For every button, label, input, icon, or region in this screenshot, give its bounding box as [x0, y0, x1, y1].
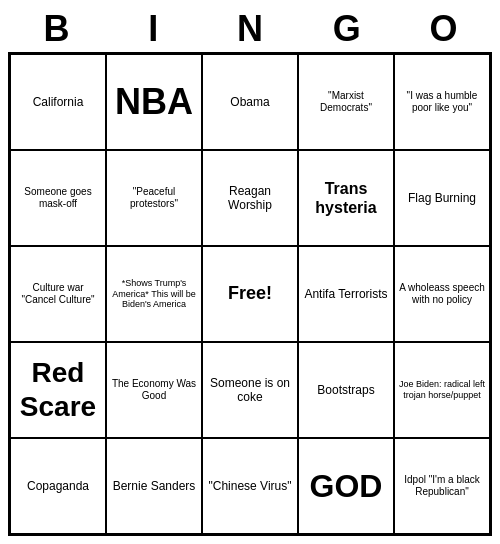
bingo-cell-6: "Peaceful protestors" [106, 150, 202, 246]
bingo-cell-15: Red Scare [10, 342, 106, 438]
bingo-cell-10: Culture war "Cancel Culture" [10, 246, 106, 342]
bingo-grid: CaliforniaNBAObama"Marxist Democrats""I … [8, 52, 492, 536]
bingo-cell-20: Copaganda [10, 438, 106, 534]
bingo-cell-18: Bootstraps [298, 342, 394, 438]
bingo-letter: N [202, 8, 298, 50]
bingo-letter: G [299, 8, 395, 50]
bingo-cell-0: California [10, 54, 106, 150]
bingo-cell-5: Someone goes mask-off [10, 150, 106, 246]
bingo-cell-3: "Marxist Democrats" [298, 54, 394, 150]
bingo-cell-2: Obama [202, 54, 298, 150]
bingo-cell-7: Reagan Worship [202, 150, 298, 246]
bingo-title-row: BINGO [8, 8, 492, 50]
bingo-cell-13: Antifa Terrorists [298, 246, 394, 342]
bingo-cell-16: The Economy Was Good [106, 342, 202, 438]
bingo-cell-21: Bernie Sanders [106, 438, 202, 534]
bingo-cell-24: Idpol "I'm a black Republican" [394, 438, 490, 534]
bingo-letter: I [105, 8, 201, 50]
bingo-cell-14: A wholeass speech with no policy [394, 246, 490, 342]
bingo-letter: B [8, 8, 104, 50]
bingo-cell-17: Someone is on coke [202, 342, 298, 438]
bingo-cell-19: Joe Biden: radical left trojan horse/pup… [394, 342, 490, 438]
bingo-cell-1: NBA [106, 54, 202, 150]
bingo-cell-9: Flag Burning [394, 150, 490, 246]
bingo-letter: O [396, 8, 492, 50]
bingo-cell-8: Trans hysteria [298, 150, 394, 246]
bingo-cell-11: *Shows Trump's America* This will be Bid… [106, 246, 202, 342]
bingo-cell-23: GOD [298, 438, 394, 534]
bingo-cell-12: Free! [202, 246, 298, 342]
bingo-cell-22: "Chinese Virus" [202, 438, 298, 534]
bingo-cell-4: "I was a humble poor like you" [394, 54, 490, 150]
